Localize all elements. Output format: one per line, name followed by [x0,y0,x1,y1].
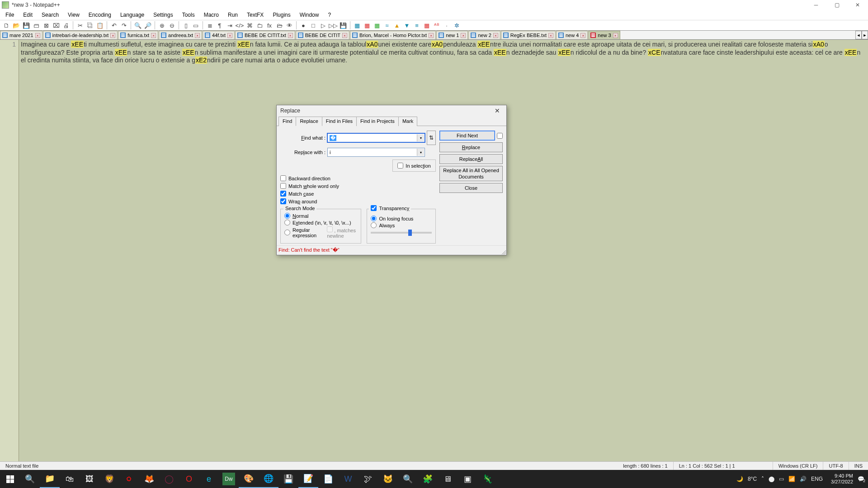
clock[interactable]: 9:40 PM 3/27/2022 [827,473,853,485]
indent-guide-icon[interactable]: ⇥ [225,21,234,30]
app-icon-4[interactable]: 💾 [278,470,298,488]
file-tab[interactable]: new 3× [588,31,620,39]
copy-icon[interactable]: ⿻ [85,21,94,30]
close-file-icon[interactable]: ⊠ [42,21,51,30]
save-macro-icon[interactable]: 💾 [339,21,348,30]
paste-icon[interactable]: 📋 [95,21,104,30]
swap-button[interactable]: ⇅ [427,131,436,145]
menu-search[interactable]: Search [38,11,62,19]
tab-close-icon[interactable]: × [342,33,347,38]
sync-v-icon[interactable]: ▯ [181,21,190,30]
tab-close-icon[interactable]: × [288,33,293,38]
tray-app-icon[interactable]: ⬤ [769,476,774,482]
print-icon[interactable]: 🖨 [61,21,71,30]
tab-scroll-right[interactable]: ► [862,31,868,39]
doc-list-icon[interactable]: 🗀 [255,21,264,30]
save-icon[interactable]: 💾 [22,21,31,30]
dialog-tab-find-in-files[interactable]: Find in Files [322,117,357,126]
close-all-icon[interactable]: ⌧ [52,21,61,30]
tb-extra-1-icon[interactable]: ▦ [353,21,362,30]
resize-grip[interactable] [500,249,506,254]
mode-extended-radio[interactable]: Extended (\n, \r, \t, \0, \x...) [284,220,357,225]
tab-scroll-left[interactable]: ◄ [855,31,862,39]
replace-icon[interactable]: 🔎 [143,21,152,30]
replace-with-input[interactable]: i ▾ [327,148,425,157]
find-next-toggle[interactable] [497,133,503,139]
save-all-icon[interactable]: 🗃 [32,21,41,30]
show-all-icon[interactable]: ¶ [215,21,224,30]
in-selection-checkbox[interactable]: In selection [397,163,431,169]
menu-view[interactable]: View [64,11,83,19]
transparency-checkbox[interactable]: Transparency [369,205,411,211]
sync-h-icon[interactable]: ▭ [191,21,200,30]
tb-extra-7-icon[interactable]: ≡ [412,21,421,30]
tab-close-icon[interactable]: × [195,33,200,38]
file-tab[interactable]: BEBE DE CITIT.txt× [235,31,295,39]
file-tab[interactable]: Brion, Marcel - Homo Pictor.txt× [350,31,436,39]
whole-word-checkbox[interactable]: Match whole word only [280,183,436,189]
app-icon-7[interactable]: 🐱 [378,470,398,488]
undo-icon[interactable]: ↶ [109,21,118,30]
match-case-checkbox[interactable]: Match case [280,191,436,197]
new-icon[interactable]: 🗋 [2,21,11,30]
tab-close-icon[interactable]: × [461,33,466,38]
tb-extra-9-icon[interactable]: · [442,21,451,30]
app-icon-1[interactable]: 🖼 [80,470,99,488]
tab-close-icon[interactable]: × [493,33,498,38]
menu-textfx[interactable]: TextFX [243,11,267,19]
wifi-icon[interactable]: 📶 [788,476,795,482]
mode-regex-radio[interactable]: Regular expression , matches newline [284,226,357,239]
transparency-always-radio[interactable]: Always [371,222,432,228]
stop-icon[interactable]: □ [309,21,318,30]
tab-close-icon[interactable]: × [35,33,40,38]
app-icon-9[interactable]: 🧩 [418,470,438,488]
monitoring-icon[interactable]: 👁 [285,21,294,30]
dialog-tab-replace[interactable]: Replace [296,117,322,126]
app-icon-5[interactable]: 📄 [318,470,338,488]
menu-help[interactable]: ? [324,11,335,19]
tray-chevron-icon[interactable]: ˄ [761,476,764,482]
record-icon[interactable]: ● [299,21,308,30]
language-indicator[interactable]: ENG [811,476,823,482]
chrome-icon[interactable]: 🌐 [259,470,278,488]
store-icon[interactable]: 🛍 [60,470,80,488]
file-tab[interactable]: new 4× [556,31,588,39]
terminal-icon[interactable]: ▣ [458,470,477,488]
file-tab[interactable]: BEBE DE CITIT× [296,31,349,39]
menu-plugins[interactable]: Plugins [269,11,294,19]
tab-close-icon[interactable]: × [110,33,115,38]
menu-run[interactable]: Run [224,11,241,19]
menu-language[interactable]: Language [117,11,148,19]
play-icon[interactable]: ▷ [319,21,328,30]
menu-encoding[interactable]: Encoding [85,11,115,19]
file-tab[interactable]: new 1× [436,31,468,39]
menu-edit[interactable]: Edit [19,11,36,19]
file-tab[interactable]: furnica.txt× [118,31,158,39]
app-icon-8[interactable]: 🔍 [398,470,418,488]
start-button[interactable] [0,470,20,488]
tb-extra-4-icon[interactable]: ≈ [382,21,392,30]
spellcheck-icon[interactable]: ᴬᴮ [432,21,441,30]
tb-extra-8-icon[interactable]: ▦ [422,21,431,30]
file-tab[interactable]: mare 2021× [0,31,42,39]
zoom-out-icon[interactable]: ⊖ [167,21,176,30]
dialog-tab-find[interactable]: Find [278,117,296,126]
maximize-button[interactable]: ▢ [826,0,847,10]
file-tab[interactable]: RegEx BEBE.txt× [501,31,556,39]
edge-icon[interactable]: e [199,470,219,488]
backward-checkbox[interactable]: Backward direction [280,175,436,181]
close-dialog-button[interactable]: Close [439,183,503,193]
wrap-around-checkbox[interactable]: Wrap around [280,198,436,204]
app-icon-2[interactable]: ⭘ [119,470,139,488]
menu-macro[interactable]: Macro [200,11,222,19]
zoom-in-icon[interactable]: ⊕ [157,21,166,30]
tab-close-icon[interactable]: × [227,33,232,38]
tab-close-icon[interactable]: × [580,33,585,38]
weather-icon[interactable]: 🌙 [736,476,743,482]
dialog-tab-mark[interactable]: Mark [398,117,417,126]
find-next-button[interactable]: Find Next [439,131,495,141]
tb-extra-5-icon[interactable]: ▲ [392,21,401,30]
file-tab[interactable]: andreea.txt× [159,31,202,39]
replace-all-button[interactable]: Replace All [439,154,503,164]
chevron-down-icon[interactable]: ▾ [417,149,424,156]
